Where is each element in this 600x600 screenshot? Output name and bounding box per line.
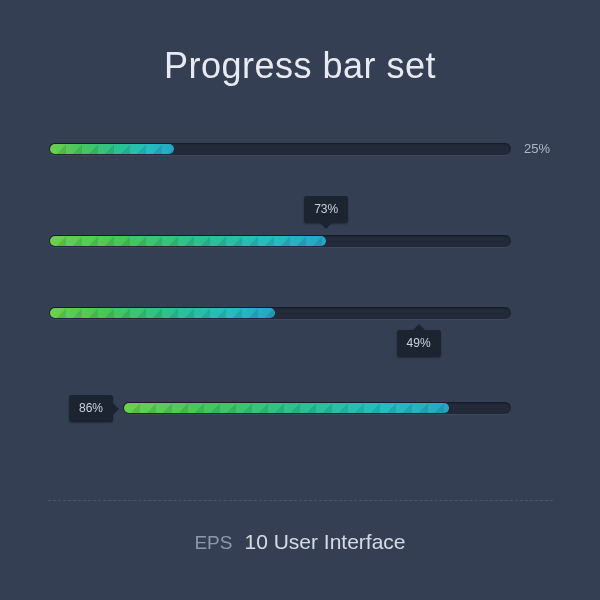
- chevron-up-icon: [413, 324, 425, 330]
- progress-bar-1[interactable]: [49, 143, 511, 155]
- chevron-down-icon: [320, 223, 332, 229]
- footer: EPS10 User Interface: [0, 530, 600, 554]
- progress-tooltip-above: 73%: [304, 196, 348, 223]
- chevron-right-icon: [113, 403, 119, 415]
- divider: [48, 500, 553, 501]
- progress-bar-3[interactable]: [49, 307, 511, 319]
- progress-bar-2[interactable]: [49, 235, 511, 247]
- tooltip-text: 86%: [79, 401, 103, 415]
- progress-fill: [50, 144, 174, 154]
- progress-tooltip-left: 86%: [69, 395, 113, 422]
- footer-text: 10 User Interface: [244, 530, 405, 553]
- tooltip-text: 49%: [407, 336, 431, 350]
- progress-fill: [124, 403, 449, 413]
- progress-tooltip-below: 49%: [397, 330, 441, 357]
- progress-value-label: 25%: [524, 141, 550, 156]
- progress-fill: [50, 236, 326, 246]
- tooltip-text: 73%: [314, 202, 338, 216]
- eps-label: EPS: [194, 532, 232, 553]
- progress-bar-4[interactable]: [123, 402, 511, 414]
- progress-fill: [50, 308, 275, 318]
- page-title: Progress bar set: [0, 45, 600, 87]
